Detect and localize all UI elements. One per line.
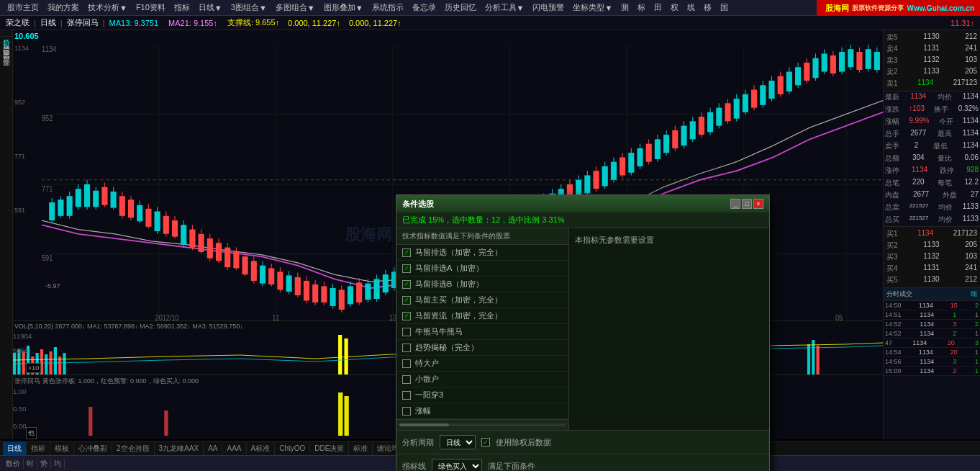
tab-3jiulong[interactable]: 3九龙峰AAX <box>155 442 204 455</box>
status-avg[interactable]: 均 <box>51 459 65 469</box>
osc-label: 张停回马 黄色张停板: 1.000，红色预警: 0.000，绿色买入: 0.00… <box>14 377 199 386</box>
menu-measure[interactable]: 测 <box>617 0 633 16</box>
menu-mark[interactable]: 标 <box>633 0 650 16</box>
sell2-vol: 205 <box>965 67 977 77</box>
totalsell-avg-val: 1133 <box>963 202 979 212</box>
menu-overlay[interactable]: 图形叠加▼ <box>319 0 368 16</box>
perbid-val: 12.2 <box>965 178 979 188</box>
tab-aaa[interactable]: AAA <box>222 443 246 454</box>
indicator-item-6[interactable]: 牛熊马牛熊马 <box>396 324 568 340</box>
tab-dde[interactable]: DDE决策 <box>310 442 349 455</box>
menu-myplan[interactable]: 我的方案 <box>43 0 83 16</box>
menu-techanalysis[interactable]: 技术分析▼ <box>83 0 132 16</box>
totalcount-val: 220 <box>912 178 925 188</box>
inner-val: 2677 <box>913 190 929 200</box>
tab-standard[interactable]: 标准 <box>349 442 373 455</box>
dialog-status: 已完成 15%，选中数量：12，选中比例 3.31% <box>396 212 769 228</box>
status-data-price[interactable]: 数价 <box>3 459 24 469</box>
buy-order-book: 买1 1134 217123 买2 1133 205 买3 1132 103 买… <box>884 227 980 288</box>
trade-row-5: 47 1134 20 3 <box>884 338 980 348</box>
indicator-item-2[interactable]: ✓ 马留排选A（加密） <box>396 261 568 277</box>
list-scroll-bar[interactable] <box>396 420 568 430</box>
indicator-item-10[interactable]: 一阳穿3 <box>396 387 568 403</box>
indicator-item-7[interactable]: 趋势揭秘（完全） <box>396 340 568 356</box>
menu-history[interactable]: 历史回忆 <box>440 0 481 16</box>
price-label-591: 591 <box>14 207 25 214</box>
tab-template[interactable]: 模板 <box>50 442 74 455</box>
trade-row-8: 15:00 1134 2 1 <box>884 367 980 376</box>
low-label: 最低 <box>933 141 948 151</box>
pct-label: 涨幅 <box>885 117 899 127</box>
sep2: | <box>59 19 64 27</box>
sidebar-analysis[interactable]: 分析 <box>0 30 12 37</box>
change-val: ↑103 <box>909 104 925 115</box>
indicator-item-4[interactable]: ✓ 马留主买（加密，完全） <box>396 292 568 308</box>
menu-right[interactable]: 权 <box>666 0 683 16</box>
tab-daily[interactable]: 日线 <box>3 442 27 455</box>
latest-val: 1134 <box>910 92 926 102</box>
sell3-vol: 103 <box>965 55 977 66</box>
menu-multichart[interactable]: 多图组合▼ <box>271 0 319 16</box>
totalsell-avg-label: 均价 <box>938 202 953 212</box>
tab-aa[interactable]: AA <box>204 443 222 454</box>
trade-row-6: 14:54 1134 20 1 <box>884 348 980 357</box>
menu-move[interactable]: 移 <box>699 0 716 16</box>
indicator-item-3[interactable]: ✓ 马留排选B（加密） <box>396 277 568 292</box>
dialog-right-panel: 本指标无参数需要设置 <box>569 228 769 430</box>
svg-rect-239 <box>816 346 819 374</box>
menu-line[interactable]: 线 <box>683 0 699 16</box>
menu-sysind[interactable]: 系统指示 <box>368 0 408 16</box>
exrights-label: 使用除权后数据 <box>496 437 551 448</box>
menu-3chart[interactable]: 3图组合▼ <box>227 0 271 16</box>
menu-daily[interactable]: 日线▼ <box>194 0 227 16</box>
menu-coord[interactable]: 坐标类型▼ <box>568 0 617 16</box>
check-10 <box>402 391 411 400</box>
indicator-list[interactable]: ✓ 马留排选（加密，完全） ✓ 马留排选A（加密） ✓ 马留排选B（加密） ✓ … <box>396 245 568 420</box>
sidebar-all[interactable]: 全部 <box>0 50 12 56</box>
perbid-label: 每笔 <box>938 178 952 188</box>
status-time[interactable]: 时 <box>24 459 37 469</box>
check-3: ✓ <box>402 280 411 289</box>
totalsell-label: 总卖 <box>885 202 899 212</box>
dialog-minimize-btn[interactable]: _ <box>730 199 740 209</box>
min-price-label: -5.97 <box>45 282 60 290</box>
menu-notes[interactable]: 备忘录 <box>408 0 440 16</box>
indicator-item-11[interactable]: 涨幅 <box>396 403 568 419</box>
timetrade-header: 分时成交 细 <box>884 288 980 301</box>
indicator-item-9[interactable]: 小散户 <box>396 372 568 387</box>
turnover-label: 换手 <box>934 104 948 115</box>
status-trend[interactable]: 势 <box>37 459 51 469</box>
tab-2kong[interactable]: 2空仓持股 <box>112 442 155 455</box>
sidebar-tech[interactable]: 技术分析 <box>0 37 12 43</box>
sell5-vol: 212 <box>965 32 977 42</box>
dialog-maximize-btn[interactable]: □ <box>742 199 752 209</box>
tab-xincong[interactable]: 心冲叠彩 <box>74 442 112 455</box>
menu-f10[interactable]: F10资料 <box>132 0 170 16</box>
tab-indicator[interactable]: 指标 <box>27 442 50 455</box>
dialog-list-header: 技术指标数值满足下列条件的股票 <box>396 228 568 245</box>
menu-tools[interactable]: 分析工具▼ <box>481 0 529 16</box>
menu-indicator[interactable]: 指标 <box>170 0 194 16</box>
exrights-checkbox[interactable]: ✓ <box>481 438 490 447</box>
sidebar-basic[interactable]: 基本资料 <box>0 43 12 50</box>
timetrade-detail-btn[interactable]: 细 <box>971 290 977 299</box>
indicator-item-5[interactable]: ✓ 马留资流（加密，完全） <box>396 308 568 324</box>
indicator-item-1[interactable]: ✓ 马留排选（加密，完全） <box>396 245 568 261</box>
buy4-label: 买4 <box>886 264 898 274</box>
stock-name: 荣之联 <box>3 17 32 28</box>
limitdown-val: 928 <box>966 166 979 176</box>
menu-nation[interactable]: 国 <box>716 0 732 16</box>
menu-alert[interactable]: 闪电预警 <box>528 0 568 16</box>
dialog-titlebar[interactable]: 条件选股 _ □ × <box>396 195 769 212</box>
limitdown-label: 跌停 <box>940 166 954 176</box>
tab-abz[interactable]: A标准 <box>247 442 276 455</box>
dialog-close-btn[interactable]: × <box>753 199 763 209</box>
indicator-line-select[interactable]: 绿色买入 <box>432 459 482 471</box>
condition-dialog: 条件选股 _ □ × 已完成 15%，选中数量：12，选中比例 3.31% 技术… <box>396 194 770 471</box>
menu-home[interactable]: 股市主页 <box>3 0 43 16</box>
indicator-item-8[interactable]: 特大户 <box>396 356 568 372</box>
menu-grid[interactable]: 田 <box>650 0 666 16</box>
period-select[interactable]: 日线 <box>440 435 476 449</box>
timetrade-list: 14:50 1134 15 2 14:51 1134 1 1 14:52 113… <box>884 301 980 376</box>
tab-chtyoo[interactable]: ChtyOO <box>275 443 310 454</box>
